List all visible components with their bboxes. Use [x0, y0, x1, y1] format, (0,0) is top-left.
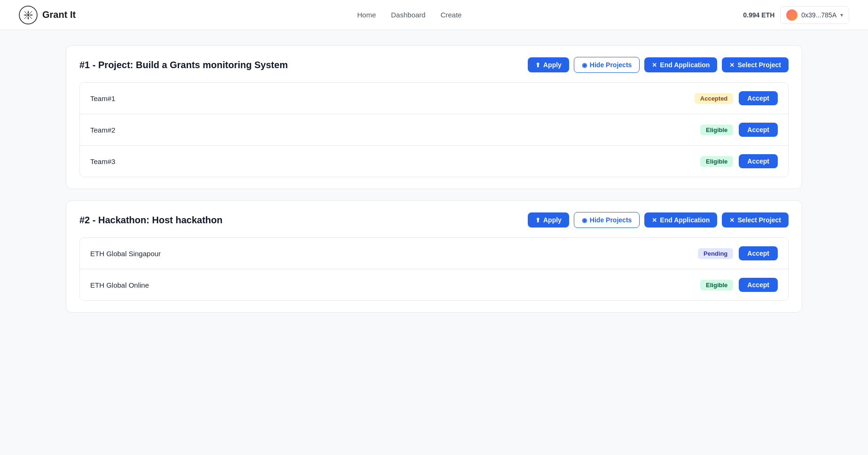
- end-icon: ✕: [652, 217, 657, 224]
- brand-logo-icon: [19, 6, 38, 24]
- table-row: ETH Global Singapour Pending Accept: [80, 238, 788, 269]
- status-badge: Accepted: [695, 93, 734, 104]
- accept-button[interactable]: Accept: [739, 154, 778, 168]
- select-icon: ✕: [729, 217, 735, 224]
- table-row: ETH Global Online Eligible Accept: [80, 269, 788, 300]
- grant-card-2-header: #2 - Hackathon: Host hackathon ⬆ Apply ◉…: [79, 212, 789, 228]
- grant-2-title: #2 - Hackathon: Host hackathon: [79, 215, 223, 226]
- eth-balance: 0.994 ETH: [743, 11, 774, 19]
- apply-icon: ⬆: [535, 217, 540, 224]
- grant-card-2: #2 - Hackathon: Host hackathon ⬆ Apply ◉…: [66, 200, 802, 313]
- hide-icon: ◉: [582, 62, 587, 69]
- select-icon: ✕: [729, 62, 735, 69]
- wallet-avatar-icon: [786, 9, 798, 21]
- navbar-right: 0.994 ETH 0x39...785A ▾: [743, 6, 849, 24]
- grant-card-1-header: #1 - Project: Build a Grants monitoring …: [79, 57, 789, 73]
- navbar: Grant It Home Dashboard Create 0.994 ETH…: [0, 0, 868, 30]
- table-row: Team#2 Eligible Accept: [80, 114, 788, 146]
- accept-button[interactable]: Accept: [739, 123, 778, 137]
- team-name: Team#3: [90, 157, 115, 165]
- wallet-button[interactable]: 0x39...785A ▾: [780, 6, 849, 24]
- grant-1-select-project-button[interactable]: ✕ Select Project: [722, 57, 789, 72]
- main-content: #1 - Project: Build a Grants monitoring …: [0, 30, 868, 328]
- accept-button[interactable]: Accept: [739, 278, 778, 292]
- chevron-down-icon: ▾: [840, 12, 843, 18]
- status-badge: Eligible: [700, 280, 733, 290]
- nav-create[interactable]: Create: [440, 11, 461, 19]
- grant-2-actions: ⬆ Apply ◉ Hide Projects ✕ End Applicatio…: [528, 212, 789, 228]
- grant-1-hide-projects-button[interactable]: ◉ Hide Projects: [574, 57, 640, 73]
- team-row-right: Accepted Accept: [695, 91, 778, 105]
- status-badge: Pending: [698, 248, 733, 259]
- grant-1-apply-button[interactable]: ⬆ Apply: [528, 57, 569, 72]
- grant-2-end-application-button[interactable]: ✕ End Application: [644, 212, 717, 228]
- table-row: Team#1 Accepted Accept: [80, 83, 788, 114]
- end-icon: ✕: [652, 62, 657, 69]
- accept-button[interactable]: Accept: [739, 91, 778, 105]
- team-name: Team#2: [90, 126, 115, 134]
- grant-2-hide-projects-button[interactable]: ◉ Hide Projects: [574, 212, 640, 228]
- nav-dashboard[interactable]: Dashboard: [391, 11, 425, 19]
- main-nav: Home Dashboard Create: [357, 11, 461, 19]
- grant-1-end-application-button[interactable]: ✕ End Application: [644, 57, 717, 72]
- table-row: Team#3 Eligible Accept: [80, 146, 788, 177]
- team-row-right: Eligible Accept: [700, 154, 778, 168]
- status-badge: Eligible: [700, 156, 733, 167]
- nav-home[interactable]: Home: [357, 11, 376, 19]
- team-name: ETH Global Online: [90, 281, 149, 289]
- grant-1-title: #1 - Project: Build a Grants monitoring …: [79, 60, 288, 71]
- grant-2-apply-button[interactable]: ⬆ Apply: [528, 212, 569, 228]
- status-badge: Eligible: [700, 125, 733, 135]
- team-row-right: Pending Accept: [698, 246, 778, 260]
- grant-1-teams: Team#1 Accepted Accept Team#2 Eligible A…: [79, 82, 789, 177]
- team-name: Team#1: [90, 94, 115, 102]
- grant-2-teams: ETH Global Singapour Pending Accept ETH …: [79, 237, 789, 301]
- apply-icon: ⬆: [535, 62, 540, 69]
- grant-card-1: #1 - Project: Build a Grants monitoring …: [66, 45, 802, 189]
- brand-name: Grant It: [42, 9, 76, 20]
- hide-icon: ◉: [582, 217, 587, 224]
- team-row-right: Eligible Accept: [700, 123, 778, 137]
- grant-1-actions: ⬆ Apply ◉ Hide Projects ✕ End Applicatio…: [528, 57, 789, 73]
- grant-2-select-project-button[interactable]: ✕ Select Project: [722, 212, 789, 228]
- brand-logo-link[interactable]: Grant It: [19, 6, 76, 24]
- svg-point-1: [27, 14, 29, 16]
- team-row-right: Eligible Accept: [700, 278, 778, 292]
- wallet-address: 0x39...785A: [801, 11, 837, 19]
- accept-button[interactable]: Accept: [739, 246, 778, 260]
- team-name: ETH Global Singapour: [90, 250, 161, 258]
